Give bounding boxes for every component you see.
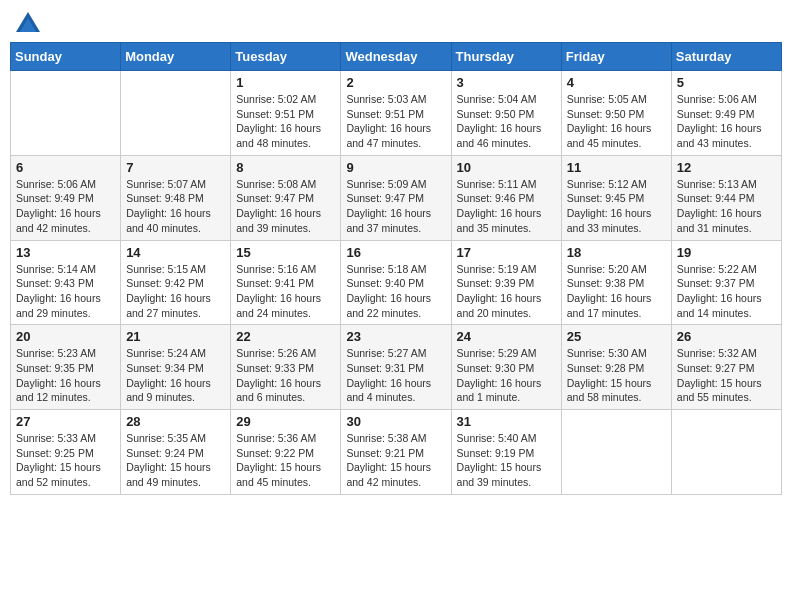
day-info: Sunrise: 5:26 AM Sunset: 9:33 PM Dayligh… — [236, 346, 335, 405]
day-number: 8 — [236, 160, 335, 175]
day-number: 17 — [457, 245, 556, 260]
day-info: Sunrise: 5:04 AM Sunset: 9:50 PM Dayligh… — [457, 92, 556, 151]
weekday-header: Saturday — [671, 43, 781, 71]
day-info: Sunrise: 5:20 AM Sunset: 9:38 PM Dayligh… — [567, 262, 666, 321]
day-number: 6 — [16, 160, 115, 175]
day-info: Sunrise: 5:15 AM Sunset: 9:42 PM Dayligh… — [126, 262, 225, 321]
calendar-week-row: 1Sunrise: 5:02 AM Sunset: 9:51 PM Daylig… — [11, 71, 782, 156]
day-info: Sunrise: 5:32 AM Sunset: 9:27 PM Dayligh… — [677, 346, 776, 405]
calendar-cell: 26Sunrise: 5:32 AM Sunset: 9:27 PM Dayli… — [671, 325, 781, 410]
calendar-cell: 14Sunrise: 5:15 AM Sunset: 9:42 PM Dayli… — [121, 240, 231, 325]
day-number: 2 — [346, 75, 445, 90]
weekday-header-row: SundayMondayTuesdayWednesdayThursdayFrid… — [11, 43, 782, 71]
day-number: 13 — [16, 245, 115, 260]
day-info: Sunrise: 5:23 AM Sunset: 9:35 PM Dayligh… — [16, 346, 115, 405]
page-header — [10, 10, 782, 34]
day-number: 16 — [346, 245, 445, 260]
calendar-week-row: 20Sunrise: 5:23 AM Sunset: 9:35 PM Dayli… — [11, 325, 782, 410]
day-info: Sunrise: 5:16 AM Sunset: 9:41 PM Dayligh… — [236, 262, 335, 321]
calendar-cell — [11, 71, 121, 156]
day-info: Sunrise: 5:35 AM Sunset: 9:24 PM Dayligh… — [126, 431, 225, 490]
day-number: 28 — [126, 414, 225, 429]
day-info: Sunrise: 5:08 AM Sunset: 9:47 PM Dayligh… — [236, 177, 335, 236]
day-info: Sunrise: 5:22 AM Sunset: 9:37 PM Dayligh… — [677, 262, 776, 321]
day-info: Sunrise: 5:19 AM Sunset: 9:39 PM Dayligh… — [457, 262, 556, 321]
day-number: 9 — [346, 160, 445, 175]
day-number: 4 — [567, 75, 666, 90]
calendar-cell: 10Sunrise: 5:11 AM Sunset: 9:46 PM Dayli… — [451, 155, 561, 240]
calendar-cell: 27Sunrise: 5:33 AM Sunset: 9:25 PM Dayli… — [11, 410, 121, 495]
calendar-cell: 8Sunrise: 5:08 AM Sunset: 9:47 PM Daylig… — [231, 155, 341, 240]
day-info: Sunrise: 5:07 AM Sunset: 9:48 PM Dayligh… — [126, 177, 225, 236]
calendar-cell: 9Sunrise: 5:09 AM Sunset: 9:47 PM Daylig… — [341, 155, 451, 240]
calendar-cell: 21Sunrise: 5:24 AM Sunset: 9:34 PM Dayli… — [121, 325, 231, 410]
calendar-cell: 16Sunrise: 5:18 AM Sunset: 9:40 PM Dayli… — [341, 240, 451, 325]
day-number: 24 — [457, 329, 556, 344]
calendar-cell: 23Sunrise: 5:27 AM Sunset: 9:31 PM Dayli… — [341, 325, 451, 410]
day-number: 14 — [126, 245, 225, 260]
weekday-header: Thursday — [451, 43, 561, 71]
day-info: Sunrise: 5:36 AM Sunset: 9:22 PM Dayligh… — [236, 431, 335, 490]
calendar-cell: 20Sunrise: 5:23 AM Sunset: 9:35 PM Dayli… — [11, 325, 121, 410]
calendar-cell: 15Sunrise: 5:16 AM Sunset: 9:41 PM Dayli… — [231, 240, 341, 325]
calendar-cell: 18Sunrise: 5:20 AM Sunset: 9:38 PM Dayli… — [561, 240, 671, 325]
day-number: 30 — [346, 414, 445, 429]
calendar-cell: 1Sunrise: 5:02 AM Sunset: 9:51 PM Daylig… — [231, 71, 341, 156]
calendar-table: SundayMondayTuesdayWednesdayThursdayFrid… — [10, 42, 782, 495]
day-number: 25 — [567, 329, 666, 344]
day-info: Sunrise: 5:29 AM Sunset: 9:30 PM Dayligh… — [457, 346, 556, 405]
calendar-cell: 31Sunrise: 5:40 AM Sunset: 9:19 PM Dayli… — [451, 410, 561, 495]
day-number: 31 — [457, 414, 556, 429]
day-number: 11 — [567, 160, 666, 175]
calendar-week-row: 27Sunrise: 5:33 AM Sunset: 9:25 PM Dayli… — [11, 410, 782, 495]
calendar-cell — [671, 410, 781, 495]
day-number: 22 — [236, 329, 335, 344]
day-number: 20 — [16, 329, 115, 344]
day-info: Sunrise: 5:13 AM Sunset: 9:44 PM Dayligh… — [677, 177, 776, 236]
calendar-cell: 5Sunrise: 5:06 AM Sunset: 9:49 PM Daylig… — [671, 71, 781, 156]
day-number: 21 — [126, 329, 225, 344]
day-number: 29 — [236, 414, 335, 429]
day-info: Sunrise: 5:11 AM Sunset: 9:46 PM Dayligh… — [457, 177, 556, 236]
calendar-cell: 22Sunrise: 5:26 AM Sunset: 9:33 PM Dayli… — [231, 325, 341, 410]
day-number: 12 — [677, 160, 776, 175]
calendar-cell: 13Sunrise: 5:14 AM Sunset: 9:43 PM Dayli… — [11, 240, 121, 325]
day-number: 1 — [236, 75, 335, 90]
day-info: Sunrise: 5:05 AM Sunset: 9:50 PM Dayligh… — [567, 92, 666, 151]
day-info: Sunrise: 5:30 AM Sunset: 9:28 PM Dayligh… — [567, 346, 666, 405]
weekday-header: Sunday — [11, 43, 121, 71]
day-number: 26 — [677, 329, 776, 344]
calendar-cell: 19Sunrise: 5:22 AM Sunset: 9:37 PM Dayli… — [671, 240, 781, 325]
day-info: Sunrise: 5:18 AM Sunset: 9:40 PM Dayligh… — [346, 262, 445, 321]
day-number: 10 — [457, 160, 556, 175]
logo-icon — [14, 10, 42, 34]
weekday-header: Tuesday — [231, 43, 341, 71]
calendar-cell: 28Sunrise: 5:35 AM Sunset: 9:24 PM Dayli… — [121, 410, 231, 495]
day-number: 19 — [677, 245, 776, 260]
calendar-cell: 17Sunrise: 5:19 AM Sunset: 9:39 PM Dayli… — [451, 240, 561, 325]
calendar-cell: 11Sunrise: 5:12 AM Sunset: 9:45 PM Dayli… — [561, 155, 671, 240]
calendar-cell: 29Sunrise: 5:36 AM Sunset: 9:22 PM Dayli… — [231, 410, 341, 495]
day-info: Sunrise: 5:06 AM Sunset: 9:49 PM Dayligh… — [16, 177, 115, 236]
logo — [14, 10, 46, 34]
day-info: Sunrise: 5:02 AM Sunset: 9:51 PM Dayligh… — [236, 92, 335, 151]
day-info: Sunrise: 5:12 AM Sunset: 9:45 PM Dayligh… — [567, 177, 666, 236]
day-info: Sunrise: 5:09 AM Sunset: 9:47 PM Dayligh… — [346, 177, 445, 236]
weekday-header: Wednesday — [341, 43, 451, 71]
day-info: Sunrise: 5:27 AM Sunset: 9:31 PM Dayligh… — [346, 346, 445, 405]
day-number: 23 — [346, 329, 445, 344]
calendar-cell: 24Sunrise: 5:29 AM Sunset: 9:30 PM Dayli… — [451, 325, 561, 410]
day-info: Sunrise: 5:40 AM Sunset: 9:19 PM Dayligh… — [457, 431, 556, 490]
weekday-header: Friday — [561, 43, 671, 71]
calendar-cell: 6Sunrise: 5:06 AM Sunset: 9:49 PM Daylig… — [11, 155, 121, 240]
calendar-cell — [561, 410, 671, 495]
day-info: Sunrise: 5:38 AM Sunset: 9:21 PM Dayligh… — [346, 431, 445, 490]
day-number: 18 — [567, 245, 666, 260]
calendar-cell: 2Sunrise: 5:03 AM Sunset: 9:51 PM Daylig… — [341, 71, 451, 156]
calendar-week-row: 6Sunrise: 5:06 AM Sunset: 9:49 PM Daylig… — [11, 155, 782, 240]
day-info: Sunrise: 5:03 AM Sunset: 9:51 PM Dayligh… — [346, 92, 445, 151]
calendar-cell: 25Sunrise: 5:30 AM Sunset: 9:28 PM Dayli… — [561, 325, 671, 410]
calendar-cell: 3Sunrise: 5:04 AM Sunset: 9:50 PM Daylig… — [451, 71, 561, 156]
calendar-cell: 7Sunrise: 5:07 AM Sunset: 9:48 PM Daylig… — [121, 155, 231, 240]
day-number: 15 — [236, 245, 335, 260]
